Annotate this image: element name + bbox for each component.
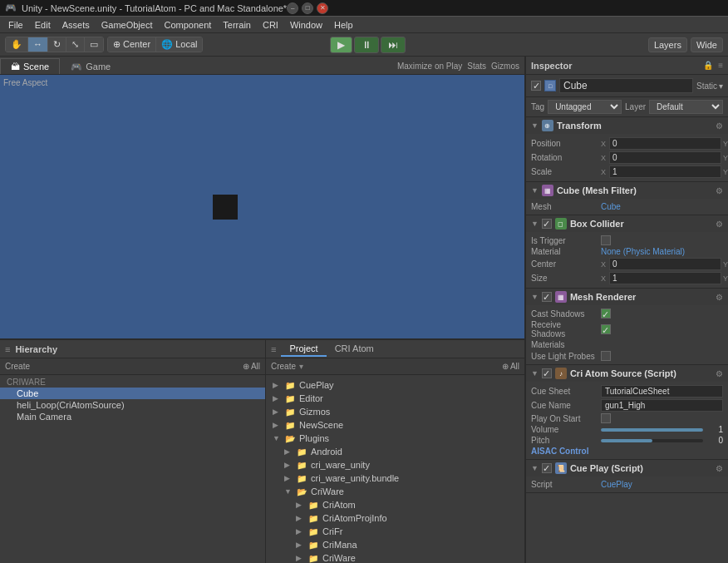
mesh-row: Mesh Cube xyxy=(531,201,723,212)
file-label: NewScene xyxy=(299,420,343,430)
cue-sheet-input[interactable] xyxy=(601,385,723,398)
file-item-plugins[interactable]: ▼ 📂 Plugins xyxy=(269,432,521,445)
mesh-filter-settings[interactable]: ⚙ xyxy=(716,186,723,195)
menu-assets[interactable]: Assets xyxy=(57,18,95,32)
mesh-renderer-header[interactable]: ▼ ✓ ▦ Mesh Renderer ⚙ xyxy=(526,289,728,305)
hierarchy-item-heli[interactable]: heli_Loop(CriAtomSource) xyxy=(0,399,265,411)
project-create-btn[interactable]: Create xyxy=(271,362,296,371)
maximize-button[interactable]: □ xyxy=(302,2,313,14)
cue-play-header[interactable]: ▼ ✓ 📜 Cue Play (Script) ⚙ xyxy=(526,460,728,477)
play-button[interactable]: ▶ xyxy=(330,37,352,53)
transform-header[interactable]: ▼ ⊕ Transform ⚙ xyxy=(526,117,728,134)
project-tab-project[interactable]: Project xyxy=(281,342,326,357)
transform-scale[interactable]: ⤡ xyxy=(66,37,85,52)
file-item-criatom[interactable]: ▶ 📁 CriAtom xyxy=(293,498,521,511)
file-item-cueplay[interactable]: ▶ 📁 CuePlay xyxy=(269,378,521,392)
hierarchy-item-camera[interactable]: Main Camera xyxy=(0,411,265,422)
file-item-editor[interactable]: ▶ 📁 Editor xyxy=(269,392,521,405)
cri-atom-enabled[interactable]: ✓ xyxy=(542,368,552,378)
cue-play-settings[interactable]: ⚙ xyxy=(716,464,723,473)
cast-shadows-check[interactable]: ✓ xyxy=(601,309,611,319)
inspector-menu-btn[interactable]: ≡ xyxy=(718,61,723,70)
pause-button[interactable]: ⏸ xyxy=(354,37,379,53)
material-value[interactable]: None (Physic Material) xyxy=(601,247,685,256)
file-item-criware[interactable]: ▼ 📂 CriWare xyxy=(281,485,521,498)
layer-dropdown[interactable]: Default xyxy=(649,100,723,114)
minimize-button[interactable]: – xyxy=(287,2,298,14)
aisac-section-label: AISAC Control xyxy=(531,447,588,456)
layers-dropdown[interactable]: Layers xyxy=(648,37,687,52)
menu-gameobject[interactable]: GameObject xyxy=(96,18,158,32)
object-name-input[interactable] xyxy=(559,78,693,93)
file-item-cri-bundle[interactable]: ▶ 📁 cri_ware_unity.bundle xyxy=(281,472,521,485)
file-item-criware2[interactable]: ▶ 📁 CriWare xyxy=(293,551,521,563)
layout-dropdown[interactable]: Wide xyxy=(691,37,723,52)
transform-tools: ✋ ↔ ↻ ⤡ ▭ xyxy=(5,37,104,52)
position-x-input[interactable] xyxy=(609,137,721,150)
light-probes-check[interactable] xyxy=(601,351,611,361)
menu-cri[interactable]: CRI xyxy=(258,18,283,32)
play-on-start-check[interactable] xyxy=(601,413,611,423)
cue-name-input[interactable] xyxy=(601,399,723,412)
maximize-on-play[interactable]: Maximize on Play xyxy=(397,62,462,71)
menu-help[interactable]: Help xyxy=(329,18,358,32)
cue-name-label: Cue Name xyxy=(531,401,598,410)
static-label: Static xyxy=(696,81,717,91)
mesh-value[interactable]: Cube xyxy=(601,202,621,211)
size-x-input[interactable] xyxy=(609,272,721,284)
inspector-lock-btn[interactable]: 🔒 xyxy=(703,61,713,70)
hierarchy-item-cube[interactable]: Cube xyxy=(0,388,265,399)
rotation-x-input[interactable] xyxy=(609,151,721,164)
scale-x-input[interactable] xyxy=(609,165,721,178)
center-x-input[interactable] xyxy=(609,258,721,270)
step-button[interactable]: ⏭ xyxy=(381,37,406,53)
project-tab-criatom[interactable]: CRI Atom xyxy=(327,342,382,357)
menu-window[interactable]: Window xyxy=(285,18,327,32)
menu-edit[interactable]: Edit xyxy=(30,18,56,32)
file-item-gizmos[interactable]: ▶ 📁 Gizmos xyxy=(269,405,521,418)
box-collider-enabled[interactable]: ✓ xyxy=(542,219,552,229)
mesh-renderer-settings[interactable]: ⚙ xyxy=(716,293,723,302)
mesh-renderer-enabled[interactable]: ✓ xyxy=(542,292,552,302)
box-collider-settings[interactable]: ⚙ xyxy=(716,220,723,229)
file-item-crifs[interactable]: ▶ 📁 CriFr xyxy=(293,525,521,538)
pitch-slider[interactable] xyxy=(601,439,703,442)
static-toggle[interactable]: Static ▾ xyxy=(696,81,723,91)
cue-play-name: Cue Play (Script) xyxy=(570,463,712,473)
menu-file[interactable]: File xyxy=(3,18,28,32)
file-item-newscene[interactable]: ▶ 📁 NewScene xyxy=(269,418,521,432)
menu-component[interactable]: Component xyxy=(159,18,216,32)
file-item-crimana[interactable]: ▶ 📁 CriMana xyxy=(293,538,521,551)
transform-settings-icon[interactable]: ⚙ xyxy=(716,121,723,131)
pivot-center-btn[interactable]: ⊕ Center xyxy=(108,37,156,52)
object-enabled-checkbox[interactable]: ✓ xyxy=(531,81,541,91)
script-value[interactable]: CuePlay xyxy=(601,480,632,489)
cri-atom-settings[interactable]: ⚙ xyxy=(716,369,723,378)
close-button[interactable]: ✕ xyxy=(317,2,328,14)
scene-tab[interactable]: 🏔 Scene xyxy=(0,58,60,74)
transform-hand[interactable]: ✋ xyxy=(6,37,28,52)
game-tab[interactable]: 🎮 Game xyxy=(60,58,121,74)
mesh-filter-header[interactable]: ▼ ▦ Cube (Mesh Filter) ⚙ xyxy=(526,182,728,199)
light-probes-label: Use Light Probes xyxy=(531,352,598,361)
menu-terrain[interactable]: Terrain xyxy=(218,18,256,32)
tag-dropdown[interactable]: Untagged xyxy=(548,100,622,114)
file-item-cri-unity[interactable]: ▶ 📁 cri_ware_unity xyxy=(281,458,521,472)
pivot-space-btn[interactable]: 🌐 Local xyxy=(156,37,202,52)
receive-shadows-check[interactable]: ✓ xyxy=(601,324,611,334)
hierarchy-create-btn[interactable]: Create xyxy=(5,362,30,371)
gizmos-btn[interactable]: Gizmos xyxy=(491,62,519,71)
stats-btn[interactable]: Stats xyxy=(467,62,486,71)
expand-arrow: ▼ xyxy=(284,487,293,496)
cri-atom-header[interactable]: ▼ ✓ ♪ Cri Atom Source (Script) ⚙ xyxy=(526,365,728,382)
transform-move[interactable]: ↔ xyxy=(28,37,48,52)
transform-rotate[interactable]: ↻ xyxy=(48,37,66,52)
file-item-criatomprojinfo[interactable]: ▶ 📁 CriAtomProjInfo xyxy=(293,511,521,525)
box-collider-header[interactable]: ▼ ✓ ◻ Box Collider ⚙ xyxy=(526,215,728,232)
file-item-android[interactable]: ▶ 📁 Android xyxy=(281,445,521,458)
cue-play-enabled[interactable]: ✓ xyxy=(542,463,552,473)
transform-rect[interactable]: ▭ xyxy=(85,37,103,52)
is-trigger-checkbox[interactable] xyxy=(601,235,611,245)
volume-slider[interactable] xyxy=(601,428,703,432)
hierarchy-item-criware[interactable]: CRIWARE xyxy=(0,377,265,388)
